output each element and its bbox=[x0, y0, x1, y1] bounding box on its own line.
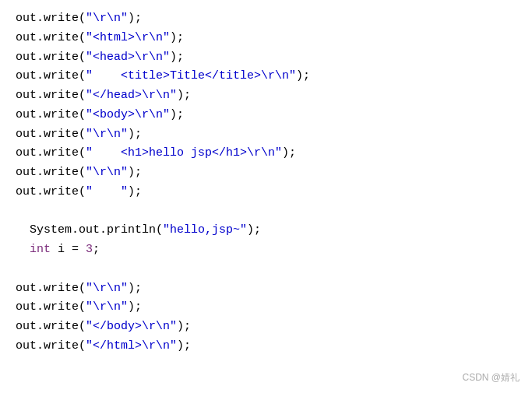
code-token: "hello,jsp~" bbox=[163, 223, 247, 237]
code-token: ); bbox=[128, 300, 142, 314]
code-token: "<head>\r\n" bbox=[86, 51, 170, 64]
code-token: out.write( bbox=[16, 12, 86, 25]
code-token: ); bbox=[177, 320, 191, 333]
code-token: ); bbox=[128, 166, 142, 179]
code-token: "</head>\r\n" bbox=[86, 89, 177, 102]
code-token: ); bbox=[282, 146, 296, 160]
code-line: int i = 3; bbox=[16, 240, 516, 260]
code-token: ); bbox=[247, 223, 261, 237]
code-token: ); bbox=[128, 12, 142, 25]
code-token bbox=[16, 243, 30, 256]
code-line: out.write(" "); bbox=[16, 183, 516, 202]
code-token: out.write( bbox=[16, 146, 86, 160]
code-token: System.out.println( bbox=[16, 223, 163, 237]
code-token: out.write( bbox=[16, 69, 86, 82]
code-token: "\r\n" bbox=[86, 300, 128, 314]
code-container: out.write("\r\n");out.write("<html>\r\n"… bbox=[0, 0, 532, 393]
code-token: out.write( bbox=[16, 320, 86, 333]
code-token: ); bbox=[128, 282, 142, 295]
code-line: out.write("</head>\r\n"); bbox=[16, 86, 516, 106]
code-line: out.write(" <title>Title</title>\r\n"); bbox=[16, 67, 516, 86]
code-token: "\r\n" bbox=[86, 12, 128, 25]
code-token: "\r\n" bbox=[86, 166, 128, 179]
code-line: out.write("</body>\r\n"); bbox=[16, 318, 516, 337]
code-token: int bbox=[30, 243, 51, 256]
code-line: out.write("<head>\r\n"); bbox=[16, 48, 516, 68]
code-token: out.write( bbox=[16, 51, 86, 64]
watermark: CSDN @婧礼 bbox=[462, 370, 520, 385]
code-token: out.write( bbox=[16, 185, 86, 198]
blank-line bbox=[16, 260, 516, 279]
code-token: ); bbox=[177, 89, 191, 102]
code-token: "<body>\r\n" bbox=[86, 108, 170, 121]
code-token: "</body>\r\n" bbox=[86, 320, 177, 333]
code-token: " <title>Title</title>\r\n" bbox=[86, 69, 296, 82]
code-line: out.write("<body>\r\n"); bbox=[16, 106, 516, 125]
code-token: ); bbox=[128, 128, 142, 141]
code-token: " <h1>hello jsp</h1>\r\n" bbox=[86, 146, 282, 160]
code-line: out.write("\r\n"); bbox=[16, 125, 516, 145]
code-token: ); bbox=[170, 108, 184, 121]
code-line: out.write("\r\n"); bbox=[16, 279, 516, 299]
code-token: 3 bbox=[86, 243, 93, 256]
code-token: ; bbox=[93, 243, 100, 256]
code-token: ); bbox=[170, 31, 184, 44]
code-token: "\r\n" bbox=[86, 282, 128, 295]
code-line: out.write("\r\n"); bbox=[16, 298, 516, 318]
code-token: out.write( bbox=[16, 282, 86, 295]
code-token: "</html>\r\n" bbox=[86, 339, 177, 353]
code-token: "\r\n" bbox=[86, 128, 128, 141]
code-line: out.write(" <h1>hello jsp</h1>\r\n"); bbox=[16, 144, 516, 163]
code-line: out.write("<html>\r\n"); bbox=[16, 29, 516, 48]
code-line: System.out.println("hello,jsp~"); bbox=[16, 221, 516, 240]
code-token: out.write( bbox=[16, 89, 86, 102]
code-token: out.write( bbox=[16, 166, 86, 179]
blank-line bbox=[16, 202, 516, 222]
code-token: ); bbox=[128, 185, 142, 198]
code-line: out.write("</html>\r\n"); bbox=[16, 337, 516, 356]
code-token: ); bbox=[177, 339, 191, 353]
code-token: out.write( bbox=[16, 108, 86, 121]
code-token: out.write( bbox=[16, 128, 86, 141]
code-token: out.write( bbox=[16, 339, 86, 353]
code-token: out.write( bbox=[16, 31, 86, 44]
code-line: out.write("\r\n"); bbox=[16, 9, 516, 29]
code-token: "<html>\r\n" bbox=[86, 31, 170, 44]
code-line: out.write("\r\n"); bbox=[16, 163, 516, 183]
code-token: " " bbox=[86, 185, 128, 198]
code-token: i = bbox=[51, 243, 86, 256]
code-token: ); bbox=[170, 51, 184, 64]
code-token: ); bbox=[296, 69, 310, 82]
code-token: out.write( bbox=[16, 300, 86, 314]
